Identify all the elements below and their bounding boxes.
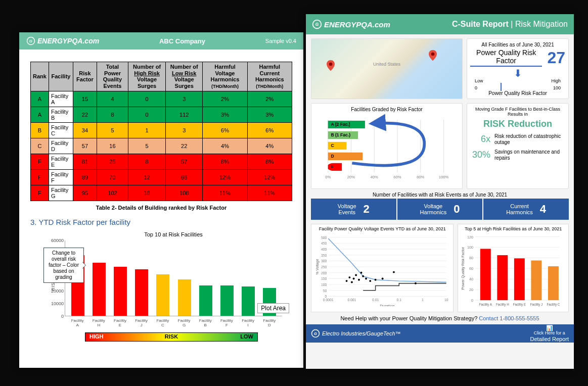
chart-plot	[65, 240, 282, 316]
svg-text:20%: 20%	[347, 175, 355, 179]
chart-bar	[199, 285, 212, 316]
svg-point-5	[431, 53, 435, 56]
company-name: ABC Company	[159, 37, 205, 45]
reduce-title: Moving Grade F Facilities to Best-in-Cla…	[470, 107, 565, 117]
svg-text:100: 100	[467, 245, 473, 250]
svg-text:500: 500	[321, 236, 327, 239]
left-report-page: G ENERGYPQA.com ABC Company Sample v0.4 …	[19, 32, 303, 368]
brand-logo: G ENERGYPQA.com	[26, 36, 99, 45]
svg-text:40: 40	[469, 277, 473, 281]
risk-gradient-bar: HIGH RISK LOW	[85, 332, 258, 342]
column-header: Total Power Quality Events	[97, 62, 128, 91]
chart-title: Top 5 at High Risk Facilities as of June…	[460, 226, 566, 232]
top5-risk-chart: Top 5 at High Risk Facilities as of June…	[458, 224, 569, 312]
svg-text:1: 1	[422, 298, 424, 302]
svg-text:10: 10	[444, 298, 448, 302]
svg-rect-26	[328, 163, 342, 171]
brand-logo: G ENERGYPQA.com	[312, 19, 390, 29]
chart-xaxis: Facility AFacility HFaciltiy EFacility J…	[65, 318, 282, 327]
plot-area-label: Plot Area	[257, 303, 289, 313]
section-title: 3. YTD Risk Factor per facility	[19, 218, 303, 228]
stat-tile: CurrentHarmonics4	[483, 199, 569, 220]
help-text: Need Help with your Power Quality Mitiga…	[306, 312, 574, 324]
svg-text:350: 350	[321, 254, 327, 257]
brand-text: ENERGYPQA.com	[37, 37, 99, 45]
right-header: G ENERGYPQA.com C-Suite Report | Risk Mi…	[306, 14, 574, 34]
stats-row: VoltageEvents2VoltageHarmonics0CurrentHa…	[306, 199, 574, 220]
brand-text: ENERGYPQA.com	[324, 20, 390, 29]
chart-bar	[242, 286, 255, 315]
svg-text:0.0001: 0.0001	[323, 298, 334, 302]
logo-icon: G	[312, 19, 322, 29]
label-low: LOW	[240, 333, 253, 340]
svg-text:400: 400	[321, 248, 327, 251]
map-pin-icon[interactable]	[429, 50, 437, 61]
svg-text:0.01: 0.01	[372, 298, 379, 302]
label-high: HIGH	[89, 333, 104, 340]
svg-text:100: 100	[321, 283, 327, 286]
column-header: Risk Factor	[73, 62, 97, 91]
column-header: Number of High Risk Voltage Surges	[128, 62, 166, 91]
svg-text:Power Quality Risk Factor: Power Quality Risk Factor	[461, 247, 466, 289]
chart-bar	[114, 267, 127, 316]
table-row: AFacility B22801123%3%	[31, 107, 292, 122]
svg-rect-90	[497, 255, 508, 300]
svg-text:Faciltiy E: Faciltiy E	[513, 303, 526, 307]
logo-icon: G	[26, 36, 35, 45]
table-row: AFacility A154032%2%	[31, 91, 292, 107]
svg-text:50: 50	[323, 289, 327, 293]
svg-point-67	[365, 278, 367, 280]
voltage-events-chart: Facility Power Quality Voltage Events YT…	[311, 224, 454, 312]
stat-tile: VoltageEvents2	[311, 199, 396, 220]
right-report-page: G ENERGYPQA.com C-Suite Report | Risk Mi…	[306, 14, 574, 369]
report-title: C-Suite Report | Risk Mitigation	[452, 20, 568, 29]
table-row: FFacility G951021810811%11%	[31, 185, 292, 201]
chart-bar	[156, 274, 169, 316]
column-header: Rank	[31, 62, 49, 91]
column-header: Harmful Voltage Harmonics (THD/Month)	[203, 62, 247, 91]
svg-text:G: G	[29, 39, 32, 43]
svg-text:40%: 40%	[371, 175, 378, 179]
risk-reduction-card: Moving Grade F Facilities to Best-in-Cla…	[467, 103, 569, 189]
svg-text:Facility J: Facility J	[530, 303, 542, 307]
svg-text:300: 300	[321, 259, 327, 263]
chart-bar	[220, 285, 234, 316]
svg-text:0.001: 0.001	[347, 298, 356, 302]
svg-text:20: 20	[469, 287, 473, 292]
risk-label: Power Quality Risk Factor	[470, 49, 542, 67]
map-card[interactable]: United States	[311, 38, 463, 99]
svg-text:C: C	[331, 143, 334, 148]
svg-point-64	[358, 279, 360, 281]
svg-text:80: 80	[469, 256, 473, 260]
svg-point-60	[348, 276, 350, 278]
arrow-down-icon: ⬇	[514, 67, 522, 79]
map-pin-icon[interactable]	[327, 60, 335, 71]
label-risk: RISK	[165, 333, 178, 340]
svg-text:Facility C: Facility C	[547, 303, 560, 307]
svg-rect-96	[548, 266, 559, 300]
svg-point-62	[353, 278, 355, 280]
svg-point-61	[351, 281, 353, 283]
svg-text:F: F	[331, 164, 333, 169]
risk-table-wrap: RankFacilityRisk FactorTotal Power Quali…	[19, 50, 303, 203]
risk-value: 27	[547, 49, 565, 67]
svg-text:80%: 80%	[417, 175, 424, 179]
svg-point-71	[393, 271, 395, 273]
svg-rect-92	[514, 258, 525, 300]
svg-text:G: G	[314, 331, 317, 336]
svg-text:Duration: Duration	[380, 304, 394, 306]
svg-text:150: 150	[321, 277, 327, 280]
chart-bar	[93, 263, 106, 315]
table-caption: Table 2- Details of Building ranked by R…	[19, 203, 303, 218]
table-row: CFacility D57165224%4%	[31, 138, 292, 154]
chart-title: Facilities Graded by Risk Factor	[314, 107, 459, 113]
svg-text:Facility H: Facility H	[496, 303, 509, 307]
stats-subtitle: Number of Facilities with at Risk Events…	[306, 189, 574, 199]
asof-text: All Facilities as of June 30, 2021	[481, 42, 554, 47]
svg-text:0: 0	[472, 298, 474, 303]
contact-link[interactable]: Contact 1-800-555-5555	[479, 315, 539, 321]
svg-point-59	[346, 280, 348, 282]
chart-title: Top 10 at Risk Facilities	[65, 231, 282, 237]
detailed-report-button[interactable]: 📊 Click Here for a Detailed Report	[530, 325, 569, 342]
risk-table: RankFacilityRisk FactorTotal Power Quali…	[30, 62, 292, 201]
